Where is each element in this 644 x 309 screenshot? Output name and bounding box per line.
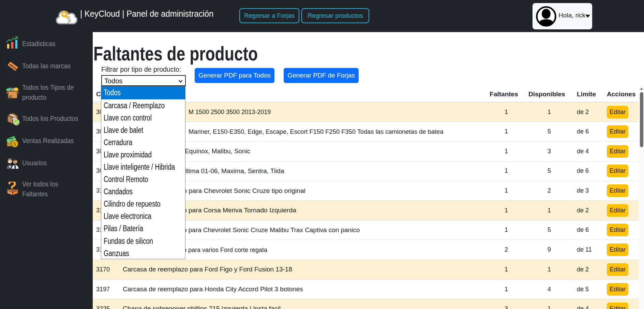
svg-text:$: $ — [14, 141, 16, 146]
